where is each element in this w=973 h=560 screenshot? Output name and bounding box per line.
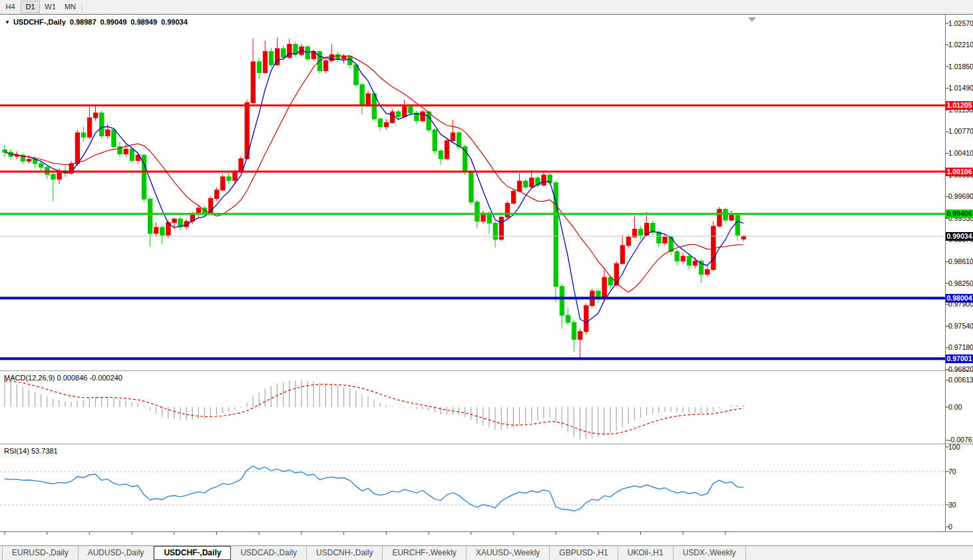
chart-tab-usdchfdaily[interactable]: USDCHF-,Daily xyxy=(154,546,231,560)
candle[interactable] xyxy=(705,269,709,274)
candle[interactable] xyxy=(403,107,407,116)
candle[interactable] xyxy=(94,113,98,118)
candle[interactable] xyxy=(584,306,588,332)
candle[interactable] xyxy=(233,172,237,181)
candle[interactable] xyxy=(717,210,721,226)
ohlc-low: 0.98949 xyxy=(130,18,157,26)
candle[interactable] xyxy=(675,251,679,261)
candle[interactable] xyxy=(469,172,473,202)
chart-tab-usdcnhdaily[interactable]: USDCNH-,Daily xyxy=(307,546,383,560)
candle[interactable] xyxy=(288,45,292,58)
macd-value: 0.000846 xyxy=(57,374,87,382)
candle[interactable] xyxy=(160,227,164,235)
chart-tab-ukoilh1[interactable]: UKOil-,H1 xyxy=(618,546,674,560)
candle[interactable] xyxy=(354,65,358,84)
candle[interactable] xyxy=(384,122,388,126)
candle[interactable] xyxy=(505,204,509,217)
chart-dropdown-icon[interactable]: ▼ xyxy=(5,19,10,25)
candle[interactable] xyxy=(530,178,534,188)
candle[interactable] xyxy=(651,223,655,233)
candle[interactable] xyxy=(282,49,286,58)
candle[interactable] xyxy=(39,164,43,167)
candle[interactable] xyxy=(360,84,364,104)
chart-tab-eurusddaily[interactable]: EURUSD-,Daily xyxy=(2,546,79,560)
candle[interactable] xyxy=(451,133,455,141)
candle[interactable] xyxy=(639,229,643,235)
candle[interactable] xyxy=(221,177,225,190)
price-tick-1.00410: 1.00410 xyxy=(948,150,972,157)
candle[interactable] xyxy=(427,112,431,130)
candle[interactable] xyxy=(154,227,158,233)
candle[interactable] xyxy=(257,62,261,72)
chart-shift-marker-icon[interactable] xyxy=(748,17,756,22)
candle[interactable] xyxy=(87,118,91,137)
candle[interactable] xyxy=(269,52,273,65)
candle[interactable] xyxy=(215,190,219,199)
candle[interactable] xyxy=(578,332,582,340)
chart-tab-eurchfweekly[interactable]: EURCHF-,Weekly xyxy=(383,546,466,560)
candle[interactable] xyxy=(27,160,31,162)
candle[interactable] xyxy=(433,130,437,151)
candle[interactable] xyxy=(329,55,333,61)
candle[interactable] xyxy=(148,199,152,233)
candle[interactable] xyxy=(687,256,691,265)
candle[interactable] xyxy=(560,287,564,315)
candle[interactable] xyxy=(663,237,667,243)
candle[interactable] xyxy=(566,315,570,323)
candle[interactable] xyxy=(342,57,346,59)
candle[interactable] xyxy=(445,141,449,159)
candle[interactable] xyxy=(317,52,321,71)
candle[interactable] xyxy=(711,226,715,269)
candle[interactable] xyxy=(511,192,515,204)
chart-tab-gbpusdh1[interactable]: GBPUSD-,H1 xyxy=(550,546,618,560)
candle[interactable] xyxy=(397,112,401,116)
candle[interactable] xyxy=(493,223,497,239)
candle[interactable] xyxy=(390,112,394,122)
chart-tab-usdcaddaily[interactable]: USDCAD-,Daily xyxy=(231,546,307,560)
terminal-window: H4D1W1MN 18 Feb 201927 Feb 20198 Mar 201… xyxy=(0,0,973,560)
candle[interactable] xyxy=(626,237,630,245)
chart-canvas[interactable] xyxy=(0,0,973,560)
candle[interactable] xyxy=(100,113,104,136)
candle[interactable] xyxy=(124,149,128,154)
candle[interactable] xyxy=(336,55,340,59)
candle[interactable] xyxy=(693,261,697,265)
candle[interactable] xyxy=(323,61,327,70)
candle[interactable] xyxy=(75,133,79,164)
candle[interactable] xyxy=(172,219,176,222)
candle[interactable] xyxy=(106,130,110,136)
candle[interactable] xyxy=(729,215,733,220)
candle[interactable] xyxy=(81,133,85,137)
candle[interactable] xyxy=(602,277,606,299)
candle[interactable] xyxy=(130,149,134,160)
chart-tab-xauusdweekly[interactable]: XAUUSD-,Weekly xyxy=(467,546,550,560)
candle[interactable] xyxy=(524,181,528,187)
candle[interactable] xyxy=(614,263,618,285)
price-tick-1.02210: 1.02210 xyxy=(948,41,972,49)
candle[interactable] xyxy=(251,62,255,103)
price-tick-1.01850: 1.01850 xyxy=(948,63,972,70)
candle[interactable] xyxy=(227,177,231,180)
candle[interactable] xyxy=(735,215,739,235)
price-tick-0.98250: 0.98250 xyxy=(948,280,972,287)
candle[interactable] xyxy=(681,256,685,261)
candle[interactable] xyxy=(572,323,576,339)
candle[interactable] xyxy=(620,245,624,263)
candle[interactable] xyxy=(366,94,370,104)
candle[interactable] xyxy=(439,151,443,159)
candle[interactable] xyxy=(409,107,413,113)
candle[interactable] xyxy=(421,112,425,121)
candle[interactable] xyxy=(51,174,55,179)
candle[interactable] xyxy=(263,52,267,73)
candle[interactable] xyxy=(378,119,382,127)
price-tick-0.97540: 0.97540 xyxy=(948,323,972,330)
candle[interactable] xyxy=(457,133,461,147)
candle[interactable] xyxy=(112,130,116,146)
chart-tab-usdxweekly[interactable]: USDX-,Weekly xyxy=(674,546,746,560)
candle[interactable] xyxy=(475,202,479,221)
candle[interactable] xyxy=(741,236,745,239)
candle[interactable] xyxy=(657,232,661,243)
candle[interactable] xyxy=(518,181,522,191)
candle[interactable] xyxy=(542,175,546,185)
chart-tab-audusddaily[interactable]: AUDUSD-,Daily xyxy=(79,546,154,560)
